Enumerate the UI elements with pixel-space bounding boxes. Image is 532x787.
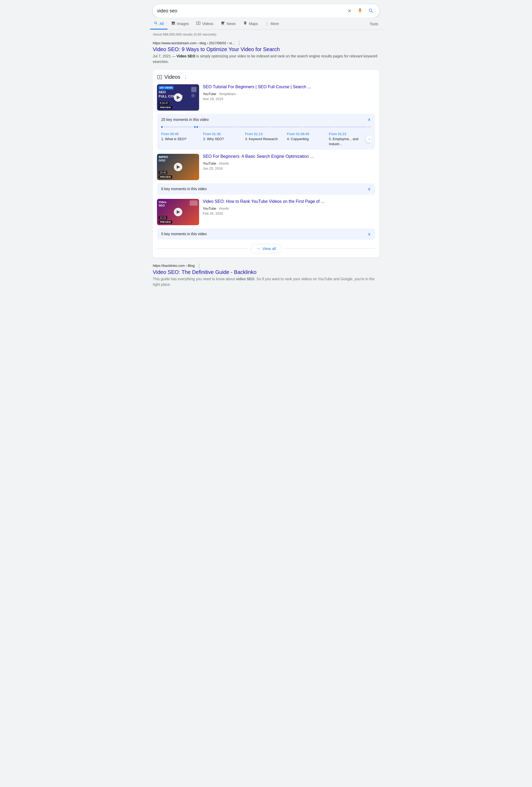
key-moments-header-1[interactable]: 25 key moments in this video ∧: [157, 114, 375, 125]
chapter-2[interactable]: From 01:36 2. Why SEO?: [203, 132, 245, 146]
tl-dot-14: [370, 126, 371, 127]
video-channel-2: Ahrefs: [219, 162, 229, 165]
video-channel-1: Simplilearn: [219, 92, 236, 96]
tl-dot-11: [334, 126, 335, 127]
video-duration-2: 19:40: [158, 171, 167, 174]
tl-line-6: [337, 127, 367, 127]
tl-dot-4: [199, 126, 200, 127]
key-moments-label-2: 8 key moments in this video: [161, 187, 207, 191]
maps-icon: [243, 21, 247, 26]
result-url-1: https://www.wordstream.com › blog › 2017…: [153, 41, 235, 45]
chapter-time-3: From 51:13: [245, 132, 285, 136]
voice-search-button[interactable]: [356, 7, 364, 15]
video-date-3: Feb 26, 2020: [203, 212, 223, 215]
video-item-1: 1M+ VIEWS SEOFULL COURSE 8:26:47 PREVIEW…: [157, 84, 375, 111]
result-menu-dots-1[interactable]: ⋮: [237, 40, 241, 46]
video-thumb-1[interactable]: 1M+ VIEWS SEOFULL COURSE 8:26:47 PREVIEW: [157, 84, 199, 111]
tools-tab[interactable]: Tools: [366, 19, 382, 29]
results-area: About 688,000,000 results (0.65 seconds)…: [148, 30, 384, 298]
video-play-btn-2[interactable]: [174, 163, 182, 171]
key-moments-chapters-1: From 00:45 1. What is SEO? From 01:36 2.…: [161, 132, 371, 146]
video-play-btn-3[interactable]: [174, 208, 182, 216]
tl-line-3: [239, 127, 268, 127]
key-moments-2: 8 key moments in this video ∨: [157, 183, 375, 195]
play-triangle-1: [177, 95, 180, 99]
tl-dot-9: [269, 126, 270, 127]
tab-news[interactable]: News: [217, 18, 239, 29]
search-bar: [153, 4, 379, 17]
thumb-deco-2: [191, 94, 195, 98]
video-title-2[interactable]: SEO For Beginners: A Basic Search Engine…: [203, 154, 375, 159]
thumb-deco-1: [191, 87, 196, 92]
chapter-title-2: 2. Why SEO?: [203, 137, 224, 141]
key-moments-3: 5 key moments in this video ∨: [157, 228, 375, 240]
tab-more[interactable]: ⋮ More: [261, 19, 282, 29]
chapter-1[interactable]: From 00:45 1. What is SEO?: [161, 132, 203, 146]
chapter-3[interactable]: From 51:13 3. Keyword Research: [245, 132, 287, 146]
videos-box-menu[interactable]: ⋮: [184, 75, 188, 80]
tl-line-2: [203, 127, 232, 127]
key-moments-header-3[interactable]: 5 key moments in this video ∨: [157, 228, 375, 240]
search-result-2: https://backlinko.com › Blog ⋮ Video SEO…: [153, 263, 379, 288]
result-snippet-2: This guide has everything you need to kn…: [153, 276, 379, 288]
key-moments-toggle-2[interactable]: ∨: [368, 187, 371, 191]
video-thumb-2[interactable]: IMPROGOO 19:40 PREVIEW: [157, 154, 199, 180]
key-moments-toggle-3[interactable]: ∨: [368, 232, 371, 236]
images-icon: [171, 21, 175, 26]
key-moments-1: 25 key moments in this video ∧: [157, 114, 375, 150]
tab-news-label: News: [227, 22, 236, 26]
tl-dot-12: [336, 126, 337, 127]
play-triangle-2: [177, 165, 180, 169]
view-all-line-right: [284, 248, 375, 249]
result-title-2[interactable]: Video SEO: The Definitive Guide - Backli…: [153, 269, 379, 275]
tab-images[interactable]: Images: [168, 18, 193, 29]
video-item-2: IMPROGOO 19:40 PREVIEW SEO For Beginners…: [157, 154, 375, 180]
chapter-time-5: From 01:22: [329, 132, 369, 136]
nav-tabs: All Images Videos News Maps: [148, 17, 384, 30]
videos-box-title: Videos: [164, 74, 180, 80]
video-meta-3: YouTube · Ahrefs Feb 26, 2020: [203, 206, 375, 216]
chapter-time-1: From 00:45: [161, 132, 201, 136]
videos-box: Videos ⋮ 1M+ VIEWS SEOFULL COURSE 8:26: [153, 70, 379, 258]
view-all-arrow-icon: →: [256, 246, 260, 251]
key-moments-label-3: 5 key moments in this video: [161, 232, 207, 236]
chapter-title-5: 5. Employme... and Industr...: [329, 137, 358, 146]
video-thumb-deco-3: [190, 200, 197, 206]
tab-videos-label: Videos: [202, 22, 213, 26]
video-title-1[interactable]: SEO Tutorial For Beginners | SEO Full Co…: [203, 84, 375, 90]
video-title-3[interactable]: Video SEO: How to Rank YouTube Videos on…: [203, 199, 375, 205]
view-all-label: View all: [262, 246, 276, 251]
more-icon: ⋮: [265, 22, 269, 26]
chapter-time-4: From 01:08:40: [287, 132, 327, 136]
clear-button[interactable]: [346, 7, 353, 14]
video-info-1: SEO Tutorial For Beginners | SEO Full Co…: [203, 84, 375, 111]
search-result-1: https://www.wordstream.com › blog › 2017…: [153, 40, 379, 65]
tl-dot-2: [194, 126, 196, 128]
tab-more-label: More: [271, 22, 279, 26]
result-menu-dots-2[interactable]: ⋮: [197, 263, 201, 269]
view-all-button[interactable]: → View all: [251, 244, 281, 253]
tl-line-4: [271, 127, 300, 127]
video-info-3: Video SEO: How to Rank YouTube Videos on…: [203, 199, 375, 225]
search-input[interactable]: [157, 8, 343, 14]
video-play-btn-1[interactable]: [174, 93, 182, 102]
key-moments-toggle-1[interactable]: ∧: [368, 117, 371, 122]
video-channel-3: Ahrefs: [219, 207, 229, 210]
news-icon: [221, 21, 225, 26]
all-icon: [154, 21, 158, 26]
video-info-2: SEO For Beginners: A Basic Search Engine…: [203, 154, 375, 180]
search-button[interactable]: [367, 7, 375, 15]
chapter-5[interactable]: From 01:22 5. Employme... and Industr...: [329, 132, 371, 146]
tab-videos[interactable]: Videos: [193, 18, 217, 29]
chapter-4[interactable]: From 01:08:40 4. Copywriting: [287, 132, 329, 146]
tl-dot-5: [201, 126, 202, 127]
video-thumb-text-2: IMPROGOO: [158, 155, 168, 162]
key-moments-header-2[interactable]: 8 key moments in this video ∨: [157, 183, 375, 195]
result-title-1[interactable]: Video SEO: 9 Ways to Optimize Your Video…: [153, 46, 379, 52]
tab-maps[interactable]: Maps: [239, 18, 261, 29]
chapters-nav-arrow[interactable]: ›: [365, 135, 371, 143]
video-thumb-3[interactable]: VideoSEO 12:21 PREVIEW: [157, 199, 199, 225]
videos-header: Videos ⋮: [157, 74, 375, 80]
result-snippet-1: Jul 7, 2021 — Video SEO is simply optimi…: [153, 54, 379, 65]
tab-all[interactable]: All: [150, 18, 168, 29]
